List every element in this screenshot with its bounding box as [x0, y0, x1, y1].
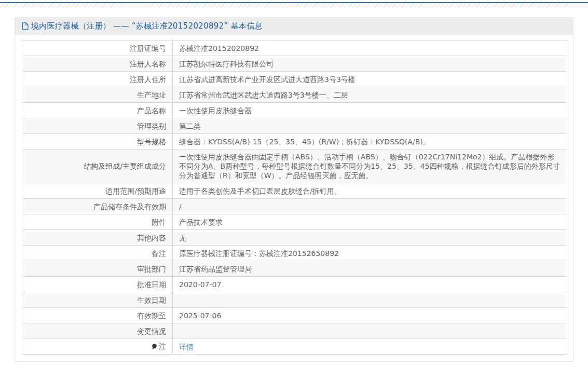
field-label: 产品储存条件及有效期: [22, 199, 173, 214]
field-label: 注: [22, 339, 173, 355]
registration-info-panel: 境内医疗器械（注册） —— “苏械注准20152020892” 基本信息 注册证…: [15, 17, 573, 362]
field-label: 型号规格: [22, 134, 173, 150]
field-label: 注册证编号: [22, 40, 173, 56]
comment-icon: [152, 344, 157, 350]
field-label: 注册人名称: [22, 56, 173, 72]
table-row: 管理类别 第二类: [22, 118, 567, 134]
page-title: 境内医疗器械（注册） —— “苏械注准20152020892” 基本信息: [31, 21, 263, 31]
field-value: 一次性使用皮肤缝合器: [173, 103, 567, 118]
table-row: 结构及组成/主要组成成分 一次性使用皮肤缝合器由固定手柄（ABS）、活动手柄（A…: [22, 150, 567, 183]
field-value: 苏械注准20152020892: [173, 40, 567, 56]
field-value: 江苏省武进高新技术产业开发区武进大道西路3号3号楼: [173, 72, 567, 87]
field-label: 变更情况: [22, 323, 173, 339]
registration-info-table: 注册证编号 苏械注准20152020892 注册人名称 江苏凯尔特医疗科技有限公…: [22, 40, 567, 355]
field-label: 管理类别: [22, 118, 173, 134]
field-value: [173, 323, 567, 339]
table-row: 适用范围/预期用途 适用于各类创伤及手术切口表层皮肤缝合/拆钉用。: [22, 183, 567, 199]
field-label: 结构及组成/主要组成成分: [22, 150, 173, 183]
table-row: 其他内容 无: [22, 230, 567, 246]
field-value: 产品技术要求: [173, 214, 567, 230]
table-row: 审批部门 江苏省药品监督管理局: [22, 261, 567, 277]
table-row: 注册证编号 苏械注准20152020892: [22, 40, 567, 56]
panel-header: 境内医疗器械（注册） —— “苏械注准20152020892” 基本信息: [15, 18, 573, 35]
field-label: 有效期至: [22, 308, 173, 323]
table-row: 变更情况: [22, 323, 567, 339]
field-label: 适用范围/预期用途: [22, 183, 173, 199]
table-row: 附件 产品技术要求: [22, 214, 567, 230]
field-value: [173, 292, 567, 308]
table-row: 生效日期: [22, 292, 567, 308]
table-row: 产品储存条件及有效期 /: [22, 199, 567, 214]
table-row: 产品名称 一次性使用皮肤缝合器: [22, 103, 567, 118]
table-row: 注册人名称 江苏凯尔特医疗科技有限公司: [22, 56, 567, 72]
field-label: 产品名称: [22, 103, 173, 118]
field-value: 适用于各类创伤及手术切口表层皮肤缝合/拆钉用。: [173, 183, 567, 199]
table-row: 注册人住所 江苏省武进高新技术产业开发区武进大道西路3号3号楼: [22, 72, 567, 87]
field-label: 生产地址: [22, 87, 173, 103]
field-label: 审批部门: [22, 261, 173, 277]
table-row: 有效期至 2025-07-06: [22, 308, 567, 323]
details-link[interactable]: 详情: [179, 343, 194, 351]
field-value: 一次性使用皮肤缝合器由固定手柄（ABS）、活动手柄（ABS）、吻合钉（022Cr…: [173, 150, 567, 183]
field-label: 注册人住所: [22, 72, 173, 87]
field-value: 原医疗器械注册证编号：苏械注准20152650892: [173, 246, 567, 261]
field-value: 江苏省药品监督管理局: [173, 261, 567, 277]
table-row: 备注 原医疗器械注册证编号：苏械注准20152650892: [22, 246, 567, 261]
field-value: 2025-07-06: [173, 308, 567, 323]
field-value: 无: [173, 230, 567, 246]
field-value: 第二类: [173, 118, 567, 134]
document-icon: [22, 22, 29, 30]
table-row: 型号规格 缝合器：KYDSS(A/B)-15（25、35、45）(R/W)；拆钉…: [22, 134, 567, 150]
note-label-text: 注: [159, 342, 166, 351]
field-value: 2020-07-07: [173, 277, 567, 292]
field-label: 批准日期: [22, 277, 173, 292]
field-label: 生效日期: [22, 292, 173, 308]
table-row: 批准日期 2020-07-07: [22, 277, 567, 292]
hatch-stripe-band: [0, 3, 588, 8]
field-value: 江苏凯尔特医疗科技有限公司: [173, 56, 567, 72]
field-label: 备注: [22, 246, 173, 261]
field-label: 附件: [22, 214, 173, 230]
info-table-wrap: 注册证编号 苏械注准20152020892 注册人名称 江苏凯尔特医疗科技有限公…: [22, 40, 567, 355]
field-label: 其他内容: [22, 230, 173, 246]
field-value: 详情: [173, 339, 567, 355]
field-value: 缝合器：KYDSS(A/B)-15（25、35、45）(R/W)；拆钉器：KYD…: [173, 134, 567, 150]
table-row: 注 详情: [22, 339, 567, 355]
table-row: 生产地址 江苏省常州市武进区武进大道西路3号3号楼一、二层: [22, 87, 567, 103]
field-value: /: [173, 199, 567, 214]
field-value: 江苏省常州市武进区武进大道西路3号3号楼一、二层: [173, 87, 567, 103]
